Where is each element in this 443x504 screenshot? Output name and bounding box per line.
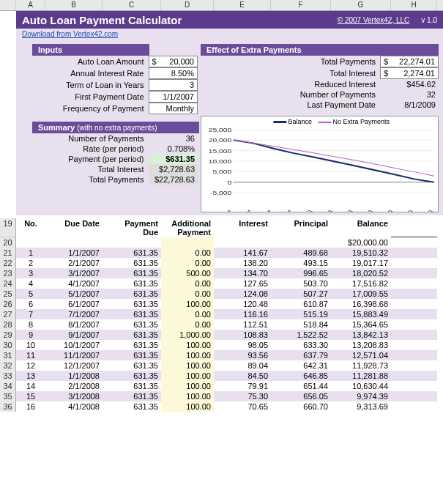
column-headers: ABCDEFGH: [0, 0, 443, 11]
input-label: Frequency of Payment: [16, 103, 149, 114]
svg-text:Jan-09: Jan-09: [377, 210, 395, 212]
additional-payment-cell[interactable]: 100.00: [161, 299, 214, 309]
additional-payment-cell[interactable]: 100.00: [161, 360, 214, 371]
effect-value: 8/1/2009: [380, 100, 439, 110]
svg-text:10,000: 10,000: [209, 158, 232, 165]
additional-payment-cell[interactable]: 0.00: [161, 319, 214, 330]
svg-text:15,000: 15,000: [209, 148, 232, 155]
effect-label: Last Payment Date: [201, 100, 380, 110]
svg-text:Jul-09: Jul-09: [418, 210, 436, 212]
svg-text:Jul-07: Jul-07: [258, 210, 275, 212]
additional-payment-cell[interactable]: 0.00: [161, 289, 214, 299]
additional-payment-cell[interactable]: 500.00: [161, 268, 214, 278]
summary-header: Summary (with no extra payments): [32, 122, 199, 133]
additional-payment-cell[interactable]: 0.00: [161, 248, 214, 258]
effect-value: 32: [380, 89, 439, 100]
additional-payment-cell[interactable]: 100.00: [161, 371, 214, 381]
summary-value: 36: [149, 133, 198, 144]
svg-text:-5,000: -5,000: [210, 190, 231, 196]
input-label: Annual Interest Rate: [16, 68, 149, 78]
summary-value: $22,728.63: [149, 174, 198, 185]
effect-value: $22,274.01: [380, 56, 439, 67]
summary-label: Rate (per period): [16, 144, 149, 154]
input-label: First Payment Date: [16, 92, 149, 102]
input-label: Auto Loan Amount: [16, 56, 149, 67]
svg-text:Jan-07: Jan-07: [216, 210, 234, 212]
effect-label: Total Payments: [201, 56, 380, 67]
summary-label: Total Interest: [16, 164, 149, 174]
input-value[interactable]: 1/1/2007: [149, 91, 198, 103]
summary-label: Total Payments: [16, 174, 149, 185]
svg-text:Jan-08: Jan-08: [297, 210, 315, 212]
effect-label: Reduced Interest: [201, 79, 380, 89]
svg-text:25,000: 25,000: [209, 127, 232, 133]
effect-value: $2,274.01: [380, 67, 439, 79]
title-bar: Auto Loan Payment Calculator © 2007 Vert…: [16, 11, 443, 29]
additional-payment-cell[interactable]: 100.00: [161, 340, 214, 350]
svg-text:Apr-08: Apr-08: [317, 210, 335, 212]
additional-payment-cell[interactable]: 100.00: [161, 391, 214, 401]
additional-payment-cell[interactable]: 100.00: [161, 381, 214, 391]
additional-payment-cell[interactable]: 0.00: [161, 278, 214, 289]
starting-balance: $20,000.00: [331, 237, 391, 248]
download-link[interactable]: Download from Vertex42.com: [16, 29, 124, 40]
summary-value: 0.708%: [149, 144, 198, 154]
effect-label: Total Interest: [201, 68, 380, 78]
copyright-link[interactable]: © 2007 Vertex42, LLC: [338, 16, 410, 24]
svg-text:20,000: 20,000: [209, 137, 232, 144]
balance-chart: Balance No Extra Payments 25,00020,00015…: [201, 116, 439, 212]
inputs-header: Inputs: [32, 44, 149, 56]
additional-payment-cell[interactable]: 1,000.00: [161, 330, 214, 340]
svg-text:5,000: 5,000: [212, 168, 231, 175]
input-value[interactable]: Monthly: [149, 103, 198, 114]
input-value[interactable]: 8.50%: [149, 67, 198, 79]
svg-text:0: 0: [228, 179, 232, 186]
svg-text:Apr-09: Apr-09: [397, 210, 415, 212]
svg-text:Apr-07: Apr-07: [237, 210, 255, 212]
effect-value: $454.62: [380, 79, 439, 89]
effect-label: Number of Payments: [201, 89, 380, 100]
svg-text:Oct-08: Oct-08: [357, 210, 375, 212]
version-label: v 1.0: [421, 16, 437, 24]
input-label: Term of Loan in Years: [16, 80, 149, 90]
svg-text:Oct-07: Oct-07: [277, 210, 295, 212]
input-value[interactable]: $20,000: [149, 56, 198, 67]
svg-text:Jul-08: Jul-08: [338, 210, 355, 212]
summary-label: Payment (per period): [16, 154, 149, 164]
summary-label: Number of Payments: [16, 133, 149, 144]
additional-payment-cell[interactable]: 0.00: [161, 258, 214, 268]
chart-legend: Balance No Extra Payments: [273, 118, 390, 125]
summary-value: $2,728.63: [149, 164, 198, 174]
additional-payment-cell[interactable]: 0.00: [161, 309, 214, 319]
spreadsheet: ABCDEFGH Auto Loan Payment Calculator © …: [0, 0, 443, 412]
input-value[interactable]: 3: [149, 79, 198, 91]
additional-payment-cell[interactable]: 100.00: [161, 401, 214, 412]
page-title: Auto Loan Payment Calculator: [22, 14, 182, 26]
effects-header: Effect of Extra Payments: [201, 44, 439, 56]
additional-payment-cell[interactable]: 100.00: [161, 350, 214, 360]
amortization-table: 19No.Due DatePaymentDueAdditionalPayment…: [0, 218, 443, 412]
summary-value: $631.35: [149, 154, 198, 164]
